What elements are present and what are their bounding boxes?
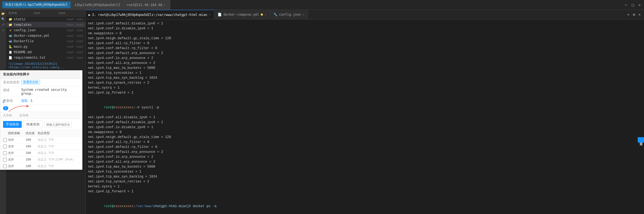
left-outer: 📂 🔍 ⎇ ↺ 文件名 root root 📁 static root root <box>0 10 85 214</box>
item-name: requirements.txt <box>14 56 64 60</box>
files-icon[interactable]: 📂 <box>1 11 5 16</box>
rule-priority-1: 100 <box>26 138 37 142</box>
tree-item-mainpy[interactable]: 🐍 main.py root root <box>6 44 85 49</box>
inbound-label: 入方向 <box>6 114 12 117</box>
col-protocol: 协议类型 <box>38 131 79 135</box>
file-icon: 🐳 <box>8 34 13 38</box>
maximize-icon[interactable]: □ <box>631 2 635 8</box>
feedback-button[interactable]: 反馈 <box>638 137 644 143</box>
tab-terminal-close[interactable]: × <box>209 13 211 16</box>
top-bar-right: ─ □ × <box>622 2 644 8</box>
split-icon[interactable]: ⊞ <box>632 12 636 17</box>
rule-row-1[interactable]: 允许 100 自定义 TCP <box>6 137 82 143</box>
item-group: root <box>76 18 84 21</box>
server-tab-1-label: 华东1(杭州)i-bp17w9kj059p6qew5dzl <box>5 2 68 7</box>
editor-tabs: ▶ 2. root@izbp17w9kj059p6qew5dZlz:/var/w… <box>85 10 644 19</box>
tab-right-icons: + ⊞ × <box>624 12 644 17</box>
rule-row-2[interactable]: 允许 100 自定义 TCP <box>6 143 82 150</box>
item-group: root <box>76 23 84 27</box>
rule-type-2: 自定义 TCP <box>38 144 54 148</box>
image-ref[interactable]: ![[image-20230315211933012](https://cdn.… <box>6 60 85 71</box>
hostname2: xxxxxxxxxx <box>114 204 134 208</box>
term-line: net.ipv4.ip_forward = 1 <box>88 90 641 95</box>
tree-item-readme[interactable]: 📋 README.md root root <box>6 49 85 55</box>
rule-checkbox-2[interactable] <box>6 145 7 148</box>
git-icon[interactable]: ⎇ <box>1 22 5 27</box>
col-filename: 文件名 <box>8 11 33 15</box>
tab-config-close[interactable]: × <box>302 13 304 16</box>
term-line: net.ipv4.ip_forward = 1 <box>88 189 641 194</box>
rule-action-2: 允许 <box>8 144 24 148</box>
server-tab-3[interactable]: root@121.40.184.68 ✓ <box>124 2 168 8</box>
tab-docker-close[interactable]: × <box>265 13 267 16</box>
tab-docker-compose[interactable]: 📄 docker-compose.yml × <box>214 10 270 19</box>
tree-item-requirements[interactable]: 📄 requirements.txt root root <box>6 55 85 60</box>
minimize-icon[interactable]: ─ <box>624 2 628 8</box>
server-tab-2-label: iZbp17w9kj059p6qew5dzlZ <box>74 3 120 7</box>
main-layout: 📂 🔍 ⎇ ↺ 文件名 root root 📁 static root root <box>0 10 644 214</box>
rule-checkbox-4[interactable] <box>6 158 7 162</box>
tab-docker-label: docker-compose.yml <box>223 13 259 16</box>
server-tab-2[interactable]: iZbp17w9kj059p6qew5dzlZ <box>72 2 123 8</box>
search-icon[interactable]: 🔍 <box>1 16 5 21</box>
term-line: net.ipv4.conf.all.rp_filter = 0 <box>88 41 641 46</box>
rules-header: 授权策略 优先级 协议类型 <box>6 130 82 137</box>
manual-add-button[interactable]: 手动添加 <box>6 121 22 128</box>
term-line: net.ipv4.tcp_max_tw_buckets = 5000 <box>88 164 641 169</box>
close-icon[interactable]: × <box>637 2 642 8</box>
term-line: net.ipv6.conf.default.disable_ipv6 = 1 <box>88 21 641 26</box>
tab-terminal[interactable]: ▶ 2. root@izbp17w9kj059p6qew5dZlz:/var/w… <box>85 10 214 19</box>
path2: /var/www/ <box>135 204 153 208</box>
term-line: net.ipv4.tcp_max_tw_buckets = 5000 <box>88 66 641 71</box>
desc-label: 描述 <box>6 88 20 95</box>
quick-add-button[interactable]: 快速添加 <box>23 121 43 128</box>
file-icon: 🐳 <box>8 40 13 43</box>
config-icon: 🔧 <box>273 13 277 16</box>
tree-item-templates[interactable]: 📁 templates root root <box>6 22 85 27</box>
rule-type-5: 自定义 TCP <box>38 164 54 168</box>
term-line: net.ipv4.neigh.default.gc_stale_time = 1… <box>88 135 641 140</box>
rule-checkbox-5[interactable] <box>6 164 7 168</box>
refresh-icon[interactable]: ↺ <box>1 27 5 32</box>
rule-row-5[interactable]: 允许 100 自定义 TCP <box>6 163 82 170</box>
tab-config[interactable]: 🔧 config.json × <box>270 10 308 19</box>
folder-icon: 📁 <box>8 23 13 27</box>
term-line: net.ipv4.conf.lo.arp_announce = 2 <box>88 154 641 159</box>
item-group: root <box>76 56 84 60</box>
term-line: net.ipv4.conf.lo.arp_announce = 2 <box>88 56 641 61</box>
desc-value: System created security group. <box>21 88 79 95</box>
panel-close-icon[interactable]: × <box>637 12 642 17</box>
item-group: root <box>76 45 84 49</box>
file-icon: 🐍 <box>8 45 13 49</box>
term-line: net.ipv4.conf.all.arp_announce = 2 <box>88 61 641 66</box>
item-group: root <box>76 40 84 43</box>
rule-checkbox-3[interactable] <box>6 151 7 155</box>
term-line: net.ipv4.conf.all.arp_announce = 2 <box>88 159 641 164</box>
item-name: Dockerfile <box>14 39 64 43</box>
terminal-icon: ▶ <box>88 13 90 17</box>
rule-search-input[interactable] <box>44 122 72 127</box>
terminal-area[interactable]: net.ipv6.conf.default.disable_ipv6 = 1 n… <box>85 19 644 214</box>
item-owner: root <box>66 56 74 60</box>
tree-item-docker-compose[interactable]: 🐳 docker-compose.yml root root <box>6 33 85 38</box>
rule-row-4[interactable]: 允许 100 自定义 TCP(ICMP IPv4) <box>6 156 82 163</box>
file-icon: ⚙ <box>8 29 13 32</box>
rule-action-5: 允许 <box>8 164 24 168</box>
tree-header: 文件名 root root <box>6 10 85 16</box>
rule-priority-5: 100 <box>26 164 37 168</box>
tree-item-config[interactable]: ⚙ config.json root root <box>6 27 85 33</box>
server-tabs: 华东1(杭州)i-bp17w9kj059p6qew5dzl iZbp17w9kj… <box>0 0 170 10</box>
type-badge-text: 普通安全组 <box>21 80 40 85</box>
top-bar: 华东1(杭州)i-bp17w9kj059p6qew5dzl iZbp17w9kj… <box>0 0 644 10</box>
rule-checkbox-1[interactable] <box>6 138 7 142</box>
rule-row-3[interactable]: 允许 100 自定义 TCP <box>6 150 82 156</box>
new-tab-icon[interactable]: + <box>626 12 631 17</box>
file-icon: 📋 <box>8 50 13 54</box>
term-line <box>88 95 641 100</box>
tree-item-static[interactable]: 📁 static root root <box>6 16 85 22</box>
docker-compose-icon: 📄 <box>218 13 222 16</box>
tree-item-dockerfile[interactable]: 🐳 Dockerfile root root <box>6 38 85 44</box>
server-tab-3-label: root@121.40.184.68 <box>127 3 162 7</box>
rule-priority-2: 100 <box>26 145 37 148</box>
server-tab-1[interactable]: 华东1(杭州)i-bp17w9kj059p6qew5dzl <box>2 1 71 8</box>
